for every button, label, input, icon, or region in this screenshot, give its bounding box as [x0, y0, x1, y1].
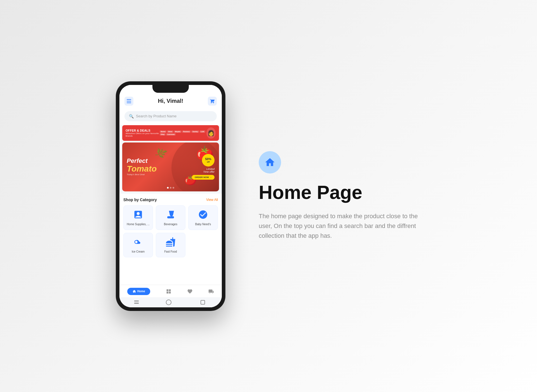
- fast-food-icon: [166, 237, 176, 249]
- hero-line2: Tomato: [127, 164, 192, 173]
- brand-pill: Lacrosse: [166, 133, 176, 136]
- ice-cream-icon: [133, 237, 143, 249]
- brand-pill: LUX: [200, 130, 205, 133]
- offer-brands: Bama Dixie Mopile Pantene Sunlay LUX Ola…: [160, 130, 206, 136]
- gesture-back: [201, 300, 205, 305]
- category-name-beverages: Beverages: [164, 223, 177, 226]
- phone-mockup: Hi, Vimal! 🔍 Search by Product Name: [116, 82, 225, 311]
- offer-person-icon: 👩: [206, 127, 216, 139]
- phone-notch: [152, 85, 189, 93]
- hero-limited-label: LimitedTime offer: [192, 168, 215, 173]
- category-item-ice-cream[interactable]: Ice Cream: [123, 233, 153, 257]
- category-grid: Home Supplies, ... Beverages: [123, 205, 218, 257]
- category-name-baby-needs: Baby Need's: [195, 223, 211, 226]
- search-input-wrap[interactable]: 🔍 Search by Product Name: [124, 111, 217, 121]
- hero-right-block: 50% off LimitedTime offer ORDER NOW →: [192, 154, 215, 180]
- search-placeholder: Search by Product Name: [136, 114, 176, 118]
- beverages-icon: [166, 210, 176, 222]
- page-description: The home page designed to make the produ…: [259, 211, 421, 241]
- brand-pill: Pantene: [182, 130, 191, 133]
- brand-pill: Olay: [160, 133, 166, 136]
- category-name-fast-food: Fast Food: [164, 250, 177, 253]
- brand-pill: Bama: [160, 130, 166, 133]
- offer-title: OFFER & DEALS: [126, 129, 160, 132]
- right-content: Home Page The home page designed to make…: [259, 151, 421, 241]
- carousel-dot-1: [167, 187, 169, 189]
- phone-bottom-bar: [119, 297, 222, 307]
- home-supplies-icon: [133, 210, 143, 222]
- category-title: Shop by Category: [123, 198, 157, 202]
- hero-line3: Today's Best Deal: [127, 173, 192, 176]
- hero-banner[interactable]: 🍅 🍅 🌿 Perfect Tomato Today's Best Deal 5…: [122, 142, 219, 191]
- baby-needs-icon: [198, 210, 208, 222]
- gesture-home: [166, 300, 171, 305]
- view-all-button[interactable]: View All: [206, 198, 218, 202]
- category-item-baby-needs[interactable]: Baby Need's: [188, 205, 218, 230]
- category-name-ice-cream: Ice Cream: [132, 250, 145, 253]
- search-icon: 🔍: [129, 114, 134, 118]
- category-header: Shop by Category View All: [123, 198, 218, 202]
- main-container: Hi, Vimal! 🔍 Search by Product Name: [0, 65, 537, 327]
- category-name-home-supplies: Home Supplies, ...: [127, 223, 150, 226]
- hero-carousel-dots: [167, 187, 174, 189]
- hero-order-button[interactable]: ORDER NOW →: [192, 175, 215, 180]
- menu-icon[interactable]: [124, 97, 133, 106]
- gesture-hamburger: [136, 301, 137, 304]
- category-item-home-supplies[interactable]: Home Supplies, ...: [123, 205, 153, 230]
- carousel-dot-2: [170, 187, 171, 189]
- home-svg-icon: [264, 157, 275, 168]
- brand-pill: Dixie: [167, 130, 173, 133]
- phone-screen: Hi, Vimal! 🔍 Search by Product Name: [119, 85, 222, 307]
- nav-label-home: Home: [137, 290, 145, 293]
- brand-pill: Mopile: [174, 130, 182, 133]
- phone-outer: Hi, Vimal! 🔍 Search by Product Name: [116, 82, 225, 311]
- category-item-beverages[interactable]: Beverages: [156, 205, 185, 230]
- brand-pill: Sunlay: [191, 130, 199, 133]
- page-title: Home Page: [259, 182, 421, 203]
- carousel-dot-3: [173, 187, 174, 189]
- nav-item-wishlist[interactable]: [187, 289, 193, 294]
- bottom-nav: Home: [119, 285, 222, 297]
- hero-text-block: Perfect Tomato Today's Best Deal: [127, 158, 192, 176]
- phone-inner: Hi, Vimal! 🔍 Search by Product Name: [119, 85, 222, 307]
- home-icon-circle: [259, 151, 281, 174]
- offer-text-block: OFFER & DEALS Attractive Offers on your …: [126, 129, 160, 137]
- hero-line1: Perfect: [127, 158, 192, 164]
- search-bar: 🔍 Search by Product Name: [119, 109, 222, 125]
- hero-badge: 50% off: [202, 154, 215, 167]
- greeting-text: Hi, Vimal!: [158, 98, 183, 104]
- category-section: Shop by Category View All Home Supplies,…: [119, 194, 222, 285]
- nav-item-home[interactable]: Home: [127, 288, 150, 295]
- cart-icon[interactable]: [208, 97, 217, 106]
- offer-banner[interactable]: OFFER & DEALS Attractive Offers on your …: [122, 125, 219, 141]
- offer-subtitle: Attractive Offers on your favourite Bran…: [126, 132, 160, 137]
- nav-item-delivery[interactable]: [208, 289, 214, 294]
- category-item-fast-food[interactable]: Fast Food: [156, 233, 185, 257]
- nav-item-grid[interactable]: [166, 289, 171, 294]
